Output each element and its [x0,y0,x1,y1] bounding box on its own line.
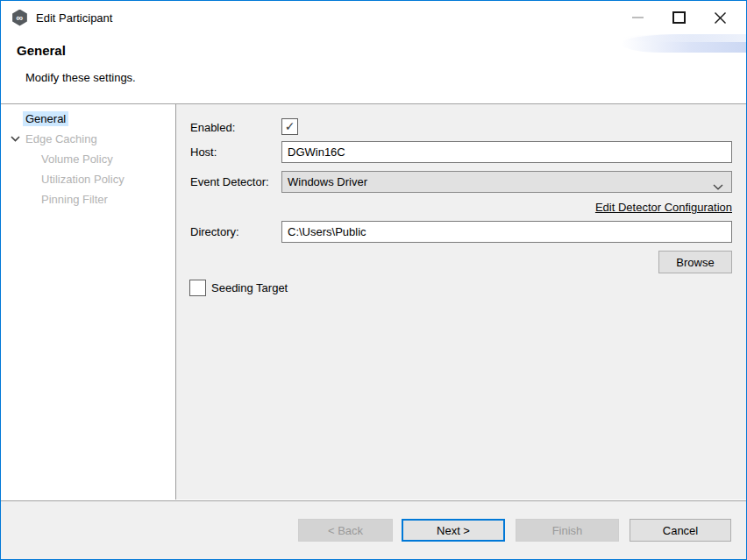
directory-label: Directory: [190,225,239,238]
page-subtitle: Modify these settings. [25,71,136,84]
back-button[interactable]: < Back [298,519,393,542]
event-detector-value: Windows Driver [288,175,367,188]
navigation-tree: General Edge Caching Volume Policy Utili… [1,104,176,500]
wizard-button-bar: < Back Next > Finish Cancel [1,500,746,559]
tree-item-utilization-policy[interactable]: Utilization Policy [1,169,175,189]
enabled-label: Enabled: [190,121,235,134]
hexagon-infinity-icon: ∞ [17,13,24,23]
general-settings-form: Enabled: ✓ Host: Event Detector: Windows… [176,104,746,500]
edit-participant-dialog: ∞ Edit Participant General Modify these … [0,0,747,560]
maximize-icon [672,11,686,24]
banner-swoosh-highlight [621,34,746,42]
tree-item-volume-policy[interactable]: Volume Policy [1,149,175,169]
seeding-target-label: Seeding Target [211,281,288,294]
enabled-checkbox[interactable]: ✓ [281,118,298,135]
event-detector-dropdown[interactable]: Windows Driver [281,171,732,193]
chevron-down-icon[interactable] [7,136,23,142]
minimize-icon [632,17,644,18]
wizard-header: General Modify these settings. [1,34,746,104]
event-detector-label: Event Detector: [190,175,269,188]
host-input[interactable] [281,141,732,163]
tree-item-label: Edge Caching [23,131,100,146]
app-icon: ∞ [11,10,28,26]
page-title: General [17,43,66,58]
close-button[interactable] [700,1,741,34]
tree-item-edge-caching[interactable]: Edge Caching [1,129,175,149]
tree-item-general[interactable]: General [1,109,175,129]
seeding-target-checkbox[interactable] [189,280,206,296]
title-bar: ∞ Edit Participant [1,1,746,34]
close-icon [714,11,727,25]
edit-detector-configuration-link[interactable]: Edit Detector Configuration [595,201,732,214]
tree-item-label: Volume Policy [39,152,116,167]
browse-button[interactable]: Browse [658,251,732,273]
tree-item-label: Utilization Policy [39,172,127,187]
host-label: Host: [190,145,217,159]
minimize-button[interactable] [617,1,658,34]
tree-item-label: Pinning Filter [39,192,110,207]
tree-item-pinning-filter[interactable]: Pinning Filter [1,189,175,209]
chevron-down-icon [713,180,723,193]
finish-button[interactable]: Finish [516,519,619,542]
directory-input[interactable] [281,221,732,243]
cancel-button[interactable]: Cancel [630,519,731,542]
window-title: Edit Participant [36,11,112,25]
dialog-content: General Edge Caching Volume Policy Utili… [1,104,746,500]
caption-buttons [617,1,741,34]
maximize-button[interactable] [658,1,700,34]
checkmark-icon: ✓ [285,120,295,133]
next-button[interactable]: Next > [402,519,505,542]
tree-item-label: General [23,111,68,126]
